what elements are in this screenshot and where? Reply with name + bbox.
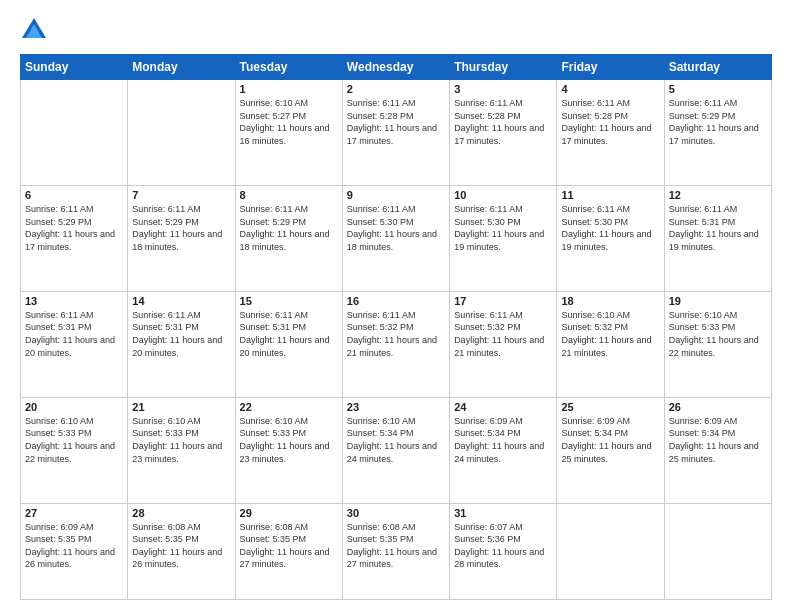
day-info: Sunrise: 6:11 AMSunset: 5:31 PMDaylight:… [669,203,767,253]
calendar-cell: 31Sunrise: 6:07 AMSunset: 5:36 PMDayligh… [450,503,557,599]
day-info: Sunrise: 6:09 AMSunset: 5:34 PMDaylight:… [454,415,552,465]
calendar-cell [664,503,771,599]
calendar-cell: 3Sunrise: 6:11 AMSunset: 5:28 PMDaylight… [450,80,557,186]
day-info: Sunrise: 6:11 AMSunset: 5:30 PMDaylight:… [561,203,659,253]
day-info: Sunrise: 6:10 AMSunset: 5:32 PMDaylight:… [561,309,659,359]
calendar-cell: 24Sunrise: 6:09 AMSunset: 5:34 PMDayligh… [450,397,557,503]
weekday-header: Saturday [664,55,771,80]
calendar-cell: 21Sunrise: 6:10 AMSunset: 5:33 PMDayligh… [128,397,235,503]
day-number: 28 [132,507,230,519]
day-number: 21 [132,401,230,413]
calendar-cell: 16Sunrise: 6:11 AMSunset: 5:32 PMDayligh… [342,291,449,397]
day-info: Sunrise: 6:11 AMSunset: 5:28 PMDaylight:… [347,97,445,147]
logo-icon [20,16,48,44]
calendar-cell: 25Sunrise: 6:09 AMSunset: 5:34 PMDayligh… [557,397,664,503]
day-number: 4 [561,83,659,95]
day-number: 13 [25,295,123,307]
day-number: 16 [347,295,445,307]
calendar-cell: 9Sunrise: 6:11 AMSunset: 5:30 PMDaylight… [342,185,449,291]
calendar-cell: 27Sunrise: 6:09 AMSunset: 5:35 PMDayligh… [21,503,128,599]
calendar-cell: 26Sunrise: 6:09 AMSunset: 5:34 PMDayligh… [664,397,771,503]
calendar-cell [557,503,664,599]
day-number: 17 [454,295,552,307]
day-number: 24 [454,401,552,413]
calendar-cell: 13Sunrise: 6:11 AMSunset: 5:31 PMDayligh… [21,291,128,397]
day-number: 2 [347,83,445,95]
calendar-cell: 23Sunrise: 6:10 AMSunset: 5:34 PMDayligh… [342,397,449,503]
day-info: Sunrise: 6:09 AMSunset: 5:34 PMDaylight:… [561,415,659,465]
day-info: Sunrise: 6:11 AMSunset: 5:28 PMDaylight:… [454,97,552,147]
day-info: Sunrise: 6:11 AMSunset: 5:29 PMDaylight:… [132,203,230,253]
calendar-cell: 12Sunrise: 6:11 AMSunset: 5:31 PMDayligh… [664,185,771,291]
weekday-header: Sunday [21,55,128,80]
day-info: Sunrise: 6:11 AMSunset: 5:29 PMDaylight:… [669,97,767,147]
calendar-cell: 15Sunrise: 6:11 AMSunset: 5:31 PMDayligh… [235,291,342,397]
day-info: Sunrise: 6:10 AMSunset: 5:34 PMDaylight:… [347,415,445,465]
weekday-header: Wednesday [342,55,449,80]
weekday-header: Monday [128,55,235,80]
calendar-cell: 17Sunrise: 6:11 AMSunset: 5:32 PMDayligh… [450,291,557,397]
day-info: Sunrise: 6:07 AMSunset: 5:36 PMDaylight:… [454,521,552,571]
calendar-cell: 30Sunrise: 6:08 AMSunset: 5:35 PMDayligh… [342,503,449,599]
day-info: Sunrise: 6:10 AMSunset: 5:33 PMDaylight:… [240,415,338,465]
day-number: 9 [347,189,445,201]
day-number: 18 [561,295,659,307]
day-number: 11 [561,189,659,201]
calendar-cell: 18Sunrise: 6:10 AMSunset: 5:32 PMDayligh… [557,291,664,397]
calendar-cell: 20Sunrise: 6:10 AMSunset: 5:33 PMDayligh… [21,397,128,503]
day-info: Sunrise: 6:11 AMSunset: 5:31 PMDaylight:… [132,309,230,359]
weekday-header: Tuesday [235,55,342,80]
calendar-cell: 8Sunrise: 6:11 AMSunset: 5:29 PMDaylight… [235,185,342,291]
day-info: Sunrise: 6:10 AMSunset: 5:33 PMDaylight:… [669,309,767,359]
day-info: Sunrise: 6:11 AMSunset: 5:29 PMDaylight:… [25,203,123,253]
calendar-cell: 29Sunrise: 6:08 AMSunset: 5:35 PMDayligh… [235,503,342,599]
day-number: 12 [669,189,767,201]
page: SundayMondayTuesdayWednesdayThursdayFrid… [0,0,792,612]
calendar-cell: 6Sunrise: 6:11 AMSunset: 5:29 PMDaylight… [21,185,128,291]
day-number: 29 [240,507,338,519]
calendar-cell: 10Sunrise: 6:11 AMSunset: 5:30 PMDayligh… [450,185,557,291]
day-number: 20 [25,401,123,413]
day-number: 31 [454,507,552,519]
day-info: Sunrise: 6:08 AMSunset: 5:35 PMDaylight:… [240,521,338,571]
day-info: Sunrise: 6:11 AMSunset: 5:29 PMDaylight:… [240,203,338,253]
day-info: Sunrise: 6:11 AMSunset: 5:32 PMDaylight:… [347,309,445,359]
day-number: 27 [25,507,123,519]
calendar-cell: 5Sunrise: 6:11 AMSunset: 5:29 PMDaylight… [664,80,771,186]
day-number: 5 [669,83,767,95]
day-number: 15 [240,295,338,307]
day-number: 1 [240,83,338,95]
day-info: Sunrise: 6:08 AMSunset: 5:35 PMDaylight:… [132,521,230,571]
logo [20,16,50,44]
day-info: Sunrise: 6:09 AMSunset: 5:35 PMDaylight:… [25,521,123,571]
day-number: 25 [561,401,659,413]
day-number: 19 [669,295,767,307]
day-number: 23 [347,401,445,413]
calendar-cell: 14Sunrise: 6:11 AMSunset: 5:31 PMDayligh… [128,291,235,397]
day-number: 22 [240,401,338,413]
calendar-cell: 22Sunrise: 6:10 AMSunset: 5:33 PMDayligh… [235,397,342,503]
day-info: Sunrise: 6:11 AMSunset: 5:30 PMDaylight:… [454,203,552,253]
calendar-cell: 2Sunrise: 6:11 AMSunset: 5:28 PMDaylight… [342,80,449,186]
day-info: Sunrise: 6:11 AMSunset: 5:31 PMDaylight:… [240,309,338,359]
day-number: 10 [454,189,552,201]
day-number: 7 [132,189,230,201]
day-number: 14 [132,295,230,307]
day-number: 6 [25,189,123,201]
weekday-header: Thursday [450,55,557,80]
calendar-cell: 4Sunrise: 6:11 AMSunset: 5:28 PMDaylight… [557,80,664,186]
day-info: Sunrise: 6:11 AMSunset: 5:28 PMDaylight:… [561,97,659,147]
calendar-table: SundayMondayTuesdayWednesdayThursdayFrid… [20,54,772,600]
day-info: Sunrise: 6:10 AMSunset: 5:27 PMDaylight:… [240,97,338,147]
day-info: Sunrise: 6:10 AMSunset: 5:33 PMDaylight:… [132,415,230,465]
weekday-header: Friday [557,55,664,80]
day-number: 3 [454,83,552,95]
calendar-cell: 19Sunrise: 6:10 AMSunset: 5:33 PMDayligh… [664,291,771,397]
day-info: Sunrise: 6:11 AMSunset: 5:30 PMDaylight:… [347,203,445,253]
header [20,16,772,44]
calendar-cell [21,80,128,186]
calendar-cell: 1Sunrise: 6:10 AMSunset: 5:27 PMDaylight… [235,80,342,186]
day-number: 30 [347,507,445,519]
day-number: 8 [240,189,338,201]
day-info: Sunrise: 6:08 AMSunset: 5:35 PMDaylight:… [347,521,445,571]
